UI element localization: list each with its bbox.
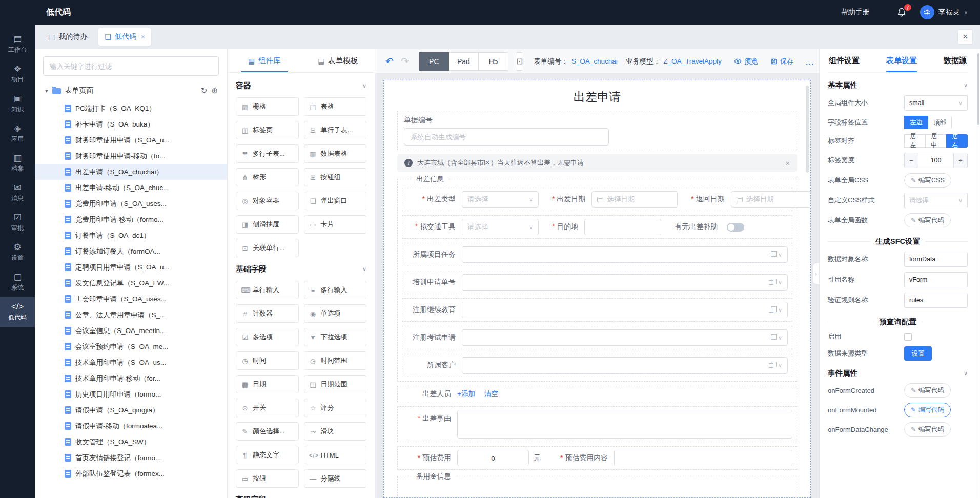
component-item[interactable]: ⊡ 关联单行... (236, 239, 299, 257)
travelers-row[interactable]: 出差人员 +添加 清空 (397, 386, 797, 402)
stack-icon[interactable] (769, 336, 773, 340)
settings-tab[interactable]: 组件设置 (829, 49, 860, 72)
reason-row[interactable]: 出差事由 (397, 406, 797, 442)
tree-item[interactable]: 发文信息登记单（S_OA_FW... (35, 275, 227, 291)
stack-icon[interactable] (769, 253, 773, 257)
form-design-surface[interactable]: 出差申请 单据编号 i 大连市域（含全部县市区）当天往返不算出差，无需申请 × … (383, 80, 811, 498)
device-toggle-button[interactable]: H5 (479, 52, 508, 71)
return-date-input[interactable]: 选择日期 (731, 191, 811, 208)
allowance-toggle[interactable] (727, 223, 744, 232)
component-item[interactable]: ◫ 日期范围 (304, 375, 367, 393)
tree-item[interactable]: 出差申请（S_OA_chuchai） (35, 164, 227, 180)
tree-item[interactable]: 财务印章使用申请-移动（fo... (35, 148, 227, 164)
component-item[interactable]: ⊸ 滑块 (304, 422, 367, 441)
doc-no-widget[interactable]: 单据编号 (397, 111, 797, 150)
refresh-icon[interactable]: ↻ (201, 86, 208, 95)
cost-row[interactable]: 预估费用 元 预估费用内容 (397, 446, 797, 470)
device-toggle-button[interactable]: Pad (449, 52, 479, 71)
device-toggle-button[interactable]: PC (419, 52, 449, 71)
label-align-option[interactable]: 居右 (946, 134, 968, 148)
settings-tab[interactable]: 数据源 (944, 49, 967, 72)
close-panel-button[interactable]: × (957, 29, 973, 45)
component-item[interactable]: ◶ 时间范围 (304, 351, 367, 370)
association-input[interactable]: ∨ (462, 329, 788, 346)
component-item[interactable]: ⋔ 树形 (236, 168, 299, 186)
collapse-panel-handle[interactable]: › (812, 263, 819, 284)
tree-item[interactable]: 会议室预约申请（S_OA_me... (35, 339, 227, 355)
form-scrollbar[interactable] (806, 86, 809, 173)
sidebar-item[interactable]: ☑ 审批 (0, 208, 35, 238)
tree-item[interactable]: 补卡申请（S_OA_buka） (35, 116, 227, 132)
component-panel-tab[interactable]: ▤ 表单模板 (301, 49, 375, 72)
sidebar-item[interactable]: ❖ 项目 (0, 59, 35, 89)
trip-dates-row[interactable]: 出差类型 请选择 ∨ 出发日期 选择日期 返回 (402, 188, 792, 211)
tree-item[interactable]: 请假申请-移动（formoalea... (35, 418, 227, 434)
write-css-button[interactable]: ✎ 编写CSS (904, 173, 951, 188)
association-input[interactable]: ∨ (462, 246, 788, 263)
component-item[interactable]: ◨ 侧滑抽屉 (236, 215, 299, 234)
sidebar-item[interactable]: ▥ 档案 (0, 149, 35, 178)
tree-item[interactable]: 财务印章使用申请（S_OA_u... (35, 132, 227, 148)
notification-bell-icon[interactable]: 7 (896, 7, 907, 17)
component-item[interactable]: ◫ 标签页 (236, 121, 299, 139)
travelers-clear-link[interactable]: 清空 (484, 389, 498, 399)
tree-root-folder[interactable]: ▾ 表单页面 ↻ ⊕ (35, 81, 227, 100)
save-button[interactable]: 保存 (770, 57, 794, 66)
datasource-setup-button[interactable]: 设置 (904, 346, 932, 361)
association-field-row[interactable]: 培训申请单号 ∨ (402, 271, 792, 294)
component-item[interactable]: ⊞ 按钮组 (304, 168, 367, 186)
stack-icon[interactable] (769, 363, 773, 368)
label-width-value[interactable]: 100 (918, 153, 954, 168)
component-item[interactable]: — 分隔线 (304, 469, 367, 488)
travelers-add-link[interactable]: +添加 (457, 389, 475, 399)
tree-item[interactable]: 定聘项目用章申请（S_OA_u... (35, 259, 227, 275)
event-write-code-button[interactable]: ✎ 编写代码 (904, 422, 951, 437)
tree-item[interactable]: 请假申请（S_OA_qingjia） (35, 402, 227, 418)
preview-button[interactable]: 预览 (734, 57, 758, 66)
tree-item[interactable]: 技术章用印申请（S_OA_us... (35, 355, 227, 370)
reason-textarea[interactable] (457, 410, 792, 439)
destination-input[interactable] (584, 219, 661, 235)
component-item[interactable]: ▦ 栅格 (236, 97, 299, 116)
component-item[interactable]: # 计数器 (236, 304, 299, 323)
undo-icon[interactable]: ↶ (385, 55, 394, 67)
component-item[interactable]: ≡ 多行输入 (304, 281, 367, 299)
component-item[interactable]: ⌨ 单行输入 (236, 281, 299, 299)
tree-item[interactable]: 订餐申请（S_OA_dc1） (35, 227, 227, 243)
tree-item[interactable]: 技术章用印申请-移动（for... (35, 370, 227, 386)
tree-item[interactable]: PC端打卡（S_OA_KQ1） (35, 100, 227, 116)
association-field-row[interactable]: 所属客户 ∨ (402, 354, 792, 377)
custom-css-select[interactable]: 请选择 ∨ (904, 193, 968, 208)
association-input[interactable]: ∨ (462, 302, 788, 318)
tree-item[interactable]: 历史项目用印申请（formo... (35, 386, 227, 402)
section-header-basic-fields[interactable]: 基础字段 ∨ (236, 257, 366, 281)
enable-checkbox[interactable] (904, 333, 912, 341)
label-align-option[interactable]: 居中 (925, 134, 947, 148)
ref-name-input[interactable] (904, 272, 968, 287)
section-header-advanced-fields[interactable]: 高级字段 ∨ (236, 488, 366, 498)
association-input[interactable]: ∨ (462, 274, 788, 291)
window-scrollbar[interactable] (976, 49, 980, 498)
association-field-row[interactable]: 注册继续教育 ∨ (402, 298, 792, 322)
add-page-icon[interactable]: ⊕ (211, 86, 218, 95)
label-align-option[interactable]: 居左 (904, 134, 926, 148)
component-panel-tab[interactable]: ▦ 组件库 (228, 49, 301, 72)
tree-item[interactable]: 党费用印申请-移动（formo... (35, 212, 227, 227)
model-value-link[interactable]: Z_OA_TravelApply (663, 57, 722, 65)
page-tab[interactable]: ❏ 低代码 × (98, 28, 151, 46)
sidebar-item[interactable]: </> 低代码 (0, 297, 35, 327)
tree-item[interactable]: 会议室信息（S_OA_meetin... (35, 323, 227, 339)
depart-date-input[interactable]: 选择日期 (591, 191, 678, 208)
form-no-value-link[interactable]: S_OA_chuchai (571, 57, 618, 65)
trip-type-select[interactable]: 请选择 ∨ (462, 191, 539, 208)
help-manual-link[interactable]: 帮助手册 (841, 8, 870, 17)
transport-row[interactable]: 拟交通工具 请选择 ∨ 目的地 有无出差补助 (402, 215, 792, 239)
component-item[interactable]: ⊙ 开关 (236, 399, 299, 417)
component-item[interactable]: ▥ 数据表格 (304, 144, 367, 163)
user-menu[interactable]: 李 李福灵 ∨ (920, 5, 968, 19)
component-item[interactable]: ☑ 多选项 (236, 328, 299, 346)
event-write-code-button[interactable]: ✎ 编写代码 (904, 383, 951, 398)
sidebar-item[interactable]: ▤ 工作台 (0, 30, 35, 59)
component-item[interactable]: </> HTML (304, 446, 367, 464)
tree-search-input[interactable] (50, 63, 212, 70)
